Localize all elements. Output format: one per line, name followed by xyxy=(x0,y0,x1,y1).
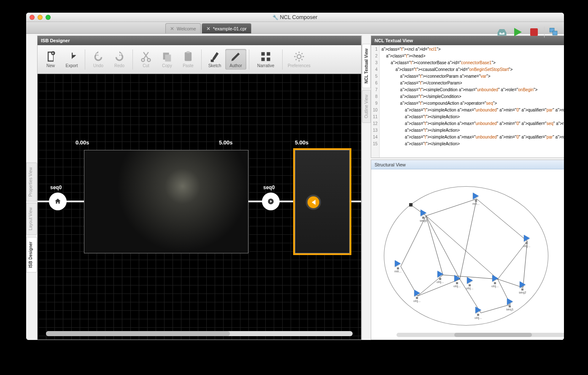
narrative-button[interactable]: Narrative xyxy=(252,49,280,70)
layout-panels-icon[interactable] xyxy=(549,26,561,38)
svg-point-15 xyxy=(297,54,301,58)
close-window-button[interactable] xyxy=(30,15,35,20)
structural-header: Structural View ⤢✕ xyxy=(371,160,564,169)
inbox-icon[interactable] xyxy=(496,26,508,38)
structural-graph[interactable]: seq0mli...mli...obj...obj...obj...obj...… xyxy=(371,169,564,330)
next-node[interactable] xyxy=(263,194,278,209)
close-tab-icon[interactable]: ✕ xyxy=(206,26,210,32)
isb-header: ISB Designer xyxy=(38,36,361,45)
svg-line-18 xyxy=(426,199,477,216)
play-button[interactable] xyxy=(512,26,524,38)
export-button[interactable]: Export xyxy=(61,49,82,70)
undo-button[interactable]: Undo xyxy=(88,49,109,70)
node-label: seq0 xyxy=(263,185,275,190)
sidetab-textual[interactable]: NCL Textual View xyxy=(362,44,371,88)
global-toolbar xyxy=(496,24,561,40)
redo-button[interactable]: Redo xyxy=(109,49,130,70)
horizontal-scrollbar[interactable] xyxy=(46,331,353,336)
graph-node[interactable]: seq1 xyxy=(506,298,513,311)
home-node[interactable] xyxy=(50,194,65,209)
graph-node[interactable]: obj... xyxy=(437,271,444,284)
stop-button[interactable] xyxy=(528,26,540,38)
sidetab-isb[interactable]: ISB Designer xyxy=(26,237,37,272)
svg-line-22 xyxy=(477,199,527,241)
window-title: NCL Composer xyxy=(26,14,564,20)
play-marker-icon[interactable] xyxy=(307,196,319,208)
graph-node[interactable]: seq0 xyxy=(420,209,427,223)
graph-edges xyxy=(371,169,564,330)
zoom-window-button[interactable] xyxy=(46,15,51,20)
svg-point-4 xyxy=(142,59,145,62)
close-tab-icon[interactable]: ✕ xyxy=(170,26,174,32)
graph-node[interactable]: seq2 xyxy=(519,281,526,294)
author-button[interactable]: Author xyxy=(225,49,246,70)
tab-welcome[interactable]: ✕ Welcome xyxy=(165,23,201,33)
timeline-canvas[interactable]: 0.00s 5.00s 5.00s seq0 seq0 xyxy=(38,74,361,340)
left-side-tabs: Properties View Layout View ISB Designer xyxy=(26,35,37,340)
sketch-button[interactable]: Sketch xyxy=(204,49,225,70)
new-button[interactable]: ✦New xyxy=(40,49,61,70)
sidetab-outline[interactable]: Outline View xyxy=(362,90,371,123)
time-label: 0.00s xyxy=(76,139,89,146)
svg-rect-8 xyxy=(185,52,192,61)
document-tabs: ✕ Welcome ✕ *example-01.cpr xyxy=(26,22,564,34)
svg-line-20 xyxy=(426,216,460,279)
right-side-tabs: NCL Textual View Outline View xyxy=(362,35,371,340)
copy-button[interactable]: Copy xyxy=(156,49,178,70)
svg-rect-10 xyxy=(211,60,214,62)
svg-rect-13 xyxy=(262,57,265,61)
graph-node[interactable]: obj... xyxy=(523,235,530,248)
graph-node[interactable]: obj... xyxy=(413,290,421,303)
node-label: seq0 xyxy=(50,185,62,190)
titlebar: NCL Composer xyxy=(26,13,564,22)
structural-scrollbar[interactable] xyxy=(396,333,564,337)
svg-line-23 xyxy=(523,241,527,288)
svg-point-5 xyxy=(148,59,151,62)
app-window: NCL Composer ✕ Welcome ✕ *example-01.cpr… xyxy=(26,13,564,340)
isb-toolbar: ✦New Export Undo Redo Cut Copy Paste Ske… xyxy=(38,45,361,74)
graph-node[interactable]: obj... xyxy=(475,307,482,320)
graph-node[interactable]: mli... xyxy=(394,260,402,273)
time-label: 5.00s xyxy=(295,139,309,146)
graph-node[interactable]: obj... xyxy=(453,275,461,288)
graph-node[interactable]: obj... xyxy=(491,275,499,288)
tab-example[interactable]: ✕ *example-01.cpr xyxy=(202,23,251,33)
paste-button[interactable]: Paste xyxy=(178,49,199,70)
svg-line-32 xyxy=(460,199,477,279)
svg-rect-7 xyxy=(165,54,171,61)
isb-panel: ISB Designer ✦New Export Undo Redo Cut C… xyxy=(37,35,361,340)
graph-node[interactable]: mli... xyxy=(472,193,480,206)
sidetab-layout[interactable]: Layout View xyxy=(26,203,37,235)
preferences-button[interactable]: Preferences xyxy=(285,49,313,70)
svg-rect-9 xyxy=(187,51,190,53)
media-clip[interactable] xyxy=(84,150,248,253)
sidetab-properties[interactable]: Properties View xyxy=(26,163,37,201)
time-label: 5.00s xyxy=(219,139,233,146)
cut-button[interactable]: Cut xyxy=(135,49,156,70)
svg-rect-14 xyxy=(267,57,270,61)
minimize-window-button[interactable] xyxy=(38,15,43,20)
svg-rect-12 xyxy=(267,52,270,56)
code-editor[interactable]: 123456789101112131415 a">class="t"><ncl … xyxy=(371,45,564,158)
svg-rect-11 xyxy=(262,52,265,56)
svg-line-28 xyxy=(426,216,443,275)
tab-label: *example-01.cpr xyxy=(213,26,247,31)
textual-view-panel: NCL Textual View 123456789101112131415 a… xyxy=(371,35,564,158)
structural-view-panel: Structural View ⤢✕ xyxy=(371,160,564,340)
svg-rect-1 xyxy=(553,31,557,35)
svg-text:✦: ✦ xyxy=(51,52,54,55)
graph-node[interactable]: obj... xyxy=(466,277,473,290)
tab-label: Welcome xyxy=(177,26,196,31)
svg-line-19 xyxy=(401,216,426,266)
media-clip-selected[interactable] xyxy=(295,150,350,253)
